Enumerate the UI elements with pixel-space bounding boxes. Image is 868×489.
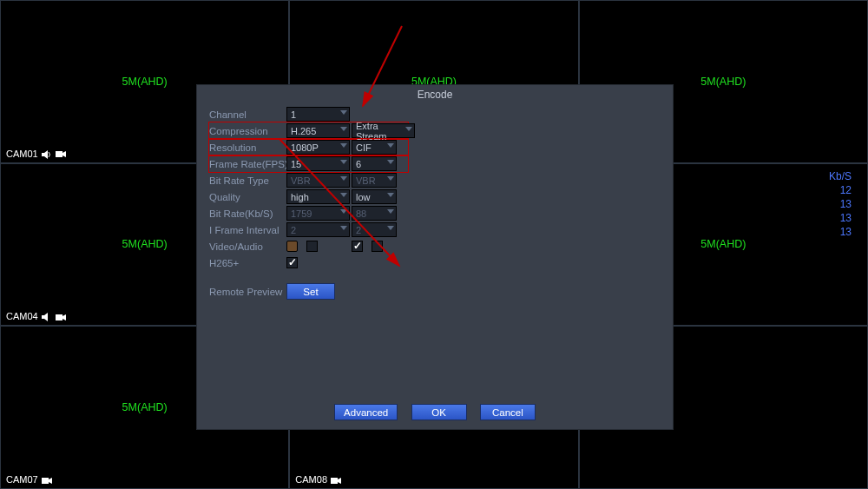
chevron-down-icon: [340, 226, 347, 230]
chk-video-extra[interactable]: [352, 241, 363, 252]
cam-res-label: 5M(AHD): [122, 238, 168, 250]
select-brkbs-main: 1759: [286, 206, 350, 221]
chevron-down-icon: [340, 127, 347, 131]
chevron-down-icon: [340, 193, 347, 197]
row-quality: Quality high low: [209, 188, 673, 205]
label-channel: Channel: [209, 109, 286, 120]
chevron-down-icon: [387, 193, 394, 197]
select-compression-main[interactable]: H.265: [286, 123, 350, 138]
dialog-title: Encode: [197, 85, 673, 106]
camera-icon: [56, 311, 66, 321]
svg-marker-3: [42, 313, 48, 321]
select-resolution-extra[interactable]: CIF: [352, 140, 397, 155]
select-value: low: [356, 192, 371, 202]
row-brtype: Bit Rate Type VBR VBR: [209, 172, 673, 188]
select-value: VBR: [356, 175, 376, 186]
chevron-down-icon: [340, 110, 347, 115]
encode-dialog: Encode Channel 1 Compression H.265 Extra…: [196, 84, 674, 430]
select-channel[interactable]: 1: [286, 107, 350, 122]
svg-marker-5: [62, 314, 66, 320]
speaker-icon: [42, 149, 52, 159]
advanced-button[interactable]: Advanced: [334, 404, 398, 420]
svg-marker-7: [49, 478, 52, 484]
cam-res-label: 5M(AHD): [700, 76, 746, 88]
select-fps-extra[interactable]: 6: [352, 156, 397, 171]
select-value: CIF: [356, 142, 372, 153]
select-fps-main[interactable]: 15: [286, 156, 350, 171]
cam-title-8: CAM08: [295, 474, 341, 485]
set-button[interactable]: Set: [286, 283, 335, 300]
cam-title-4: CAM04: [6, 311, 66, 321]
label-va: Video/Audio: [209, 241, 286, 252]
cancel-button[interactable]: Cancel: [480, 404, 536, 420]
speaker-icon: [42, 311, 52, 321]
row-va: Video/Audio: [209, 238, 673, 254]
chevron-down-icon: [387, 209, 394, 214]
select-value: 1: [291, 109, 296, 120]
select-value: 2: [356, 225, 361, 235]
select-value: 2: [291, 225, 296, 235]
cam-res-label: 5M(AHD): [122, 401, 168, 413]
svg-rect-8: [331, 478, 338, 484]
select-value: 15: [291, 159, 301, 169]
chevron-down-icon: [340, 176, 347, 181]
select-iframe-main: 2: [286, 222, 350, 237]
label-preview: Remote Preview: [209, 287, 286, 297]
chevron-down-icon: [405, 127, 412, 131]
label-compression: Compression: [209, 126, 286, 136]
cam-name: CAM04: [6, 311, 38, 321]
cam-name: CAM01: [6, 149, 38, 159]
row-fps: Frame Rate(FPS) 15 6: [209, 155, 673, 172]
chk-audio-main[interactable]: [306, 241, 318, 252]
kbs-value: 13: [829, 225, 852, 239]
kbs-value: 13: [829, 211, 852, 225]
kbs-value: 12: [829, 183, 852, 197]
row-preview: Remote Preview Set: [209, 283, 673, 300]
camera-icon: [331, 474, 341, 485]
select-brtype-extra: VBR: [352, 173, 397, 188]
cam-res-label: 5M(AHD): [700, 238, 746, 250]
chk-h265plus[interactable]: [286, 257, 298, 268]
cam-name: CAM08: [295, 474, 327, 485]
ok-button[interactable]: OK: [411, 404, 467, 420]
row-brkbs: Bit Rate(Kb/S) 1759 88: [209, 205, 673, 221]
select-brtype-main: VBR: [286, 173, 350, 188]
chk-audio-extra[interactable]: [372, 241, 383, 252]
row-h265p: H265+: [209, 254, 673, 271]
label-brtype: Bit Rate Type: [209, 175, 286, 186]
select-quality-main[interactable]: high: [286, 189, 350, 204]
label-quality: Quality: [209, 192, 286, 202]
chk-video-main[interactable]: [286, 241, 298, 252]
select-value: 88: [356, 208, 366, 219]
cam-res-label: 5M(AHD): [122, 76, 168, 88]
row-compression: Compression H.265 Extra Stream: [209, 122, 673, 139]
select-stream-extra[interactable]: Extra Stream: [352, 123, 415, 138]
chevron-down-icon: [340, 160, 347, 164]
select-value: high: [291, 192, 309, 202]
label-iframe: I Frame Interval: [209, 225, 286, 235]
svg-marker-2: [62, 151, 66, 157]
chevron-down-icon: [340, 209, 347, 214]
svg-rect-4: [56, 314, 62, 320]
svg-rect-6: [42, 478, 49, 484]
label-fps: Frame Rate(FPS): [209, 159, 286, 169]
select-value: 1759: [291, 208, 312, 219]
row-iframe: I Frame Interval 2 2: [209, 221, 673, 238]
kbs-value: 13: [829, 197, 852, 211]
select-resolution-main[interactable]: 1080P: [286, 140, 350, 155]
select-value: 1080P: [291, 142, 319, 153]
label-h265p: H265+: [209, 258, 286, 268]
row-resolution: Resolution 1080P CIF: [209, 139, 673, 155]
chevron-down-icon: [340, 143, 347, 148]
kbs-panel: Kb/S 12 13 13 13: [829, 169, 852, 239]
select-quality-extra[interactable]: low: [352, 189, 397, 204]
select-value: VBR: [291, 175, 311, 186]
chevron-down-icon: [387, 226, 394, 230]
select-brkbs-extra: 88: [352, 206, 397, 221]
cam-name: CAM07: [6, 474, 38, 485]
encode-form: Channel 1 Compression H.265 Extra Stream…: [197, 106, 673, 300]
svg-marker-9: [338, 478, 341, 484]
cam-title-7: CAM07: [6, 474, 52, 485]
label-resolution: Resolution: [209, 142, 286, 153]
label-brkbs: Bit Rate(Kb/S): [209, 208, 286, 219]
